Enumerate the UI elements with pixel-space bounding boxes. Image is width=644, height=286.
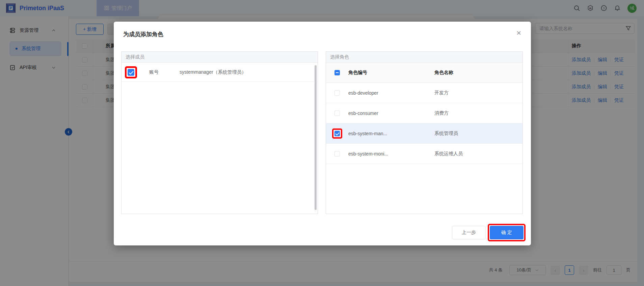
- member-account-label: 账号: [149, 69, 159, 75]
- add-role-dialog: 为成员添加角色 ✕ 选择成员 账号 systemmanager（系统管理员） 选…: [114, 22, 531, 245]
- dialog-footer: 上一步 确 定: [452, 224, 526, 241]
- annotation-highlight: 确 定: [488, 224, 526, 241]
- member-account-value: systemmanager（系统管理员）: [180, 69, 246, 75]
- role-name: 系统运维人员: [434, 151, 522, 157]
- role-code: esb-system-moni...: [348, 151, 434, 157]
- select-members-panel: 选择成员 账号 systemmanager（系统管理员）: [121, 51, 318, 214]
- app: P Primeton iPaaS 管理门户 AI: [0, 0, 644, 286]
- role-code: esb-system-man...: [348, 131, 434, 136]
- annotation-highlight: [332, 128, 342, 139]
- scrollbar-track: [314, 65, 317, 212]
- select-all-roles-checkbox[interactable]: [334, 70, 340, 75]
- role-checkbox[interactable]: [334, 151, 340, 157]
- confirm-button[interactable]: 确 定: [490, 226, 524, 239]
- role-code: esb-developer: [348, 90, 434, 96]
- dialog-title: 为成员添加角色: [123, 30, 163, 38]
- member-checkbox[interactable]: [128, 69, 134, 76]
- roles-panel-header: 选择角色: [326, 52, 522, 63]
- roles-table-header: 角色编号 角色名称: [326, 63, 522, 83]
- members-panel-header: 选择成员: [122, 52, 318, 63]
- column-header-role-code: 角色编号: [348, 70, 434, 76]
- select-roles-panel: 选择角色 角色编号 角色名称 esb-developer 开发方 esb-con…: [326, 51, 523, 214]
- role-name: 消费方: [434, 110, 522, 116]
- member-row[interactable]: 账号 systemmanager（系统管理员）: [122, 63, 318, 82]
- previous-step-button[interactable]: 上一步: [452, 226, 486, 239]
- role-row[interactable]: esb-developer 开发方: [326, 83, 522, 103]
- column-header-role-name: 角色名称: [434, 70, 522, 76]
- role-row[interactable]: esb-consumer 消费方: [326, 103, 522, 123]
- role-row[interactable]: esb-system-moni... 系统运维人员: [326, 144, 522, 164]
- role-checkbox[interactable]: [334, 131, 340, 136]
- role-name: 系统管理员: [434, 130, 522, 137]
- role-row-selected[interactable]: esb-system-man... 系统管理员: [326, 123, 522, 144]
- annotation-highlight: [125, 66, 137, 78]
- close-icon[interactable]: ✕: [515, 29, 523, 37]
- scrollbar-thumb[interactable]: [315, 65, 317, 210]
- role-checkbox[interactable]: [334, 90, 340, 96]
- role-checkbox[interactable]: [334, 111, 340, 116]
- role-name: 开发方: [434, 90, 522, 96]
- role-code: esb-consumer: [348, 111, 434, 116]
